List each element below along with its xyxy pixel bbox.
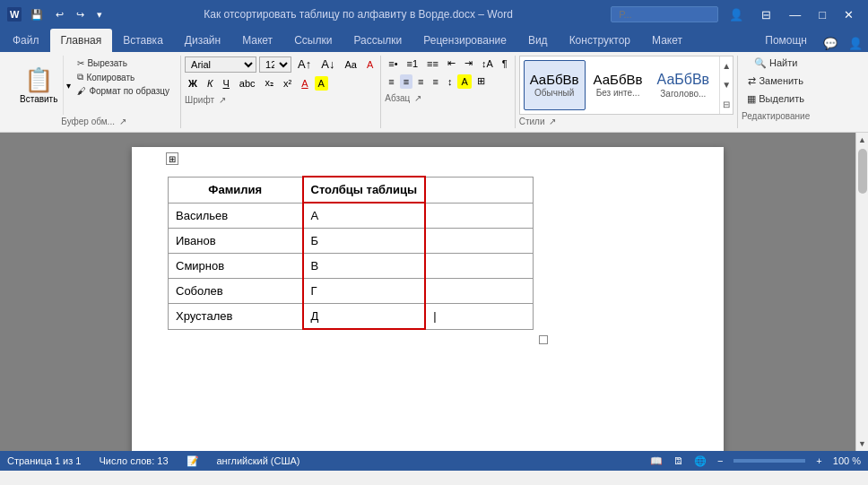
style-normal[interactable]: АаБбВв Обычный xyxy=(524,60,586,110)
cell-r3c3[interactable] xyxy=(425,254,533,279)
spell-check-icon[interactable]: 📝 xyxy=(187,455,199,467)
cell-r4c3[interactable] xyxy=(425,279,533,304)
replace-button[interactable]: ⇄ Заменить xyxy=(742,74,810,89)
close-btn[interactable]: ✕ xyxy=(837,6,861,23)
cell-r1c2[interactable]: А xyxy=(303,203,426,229)
cell-r2c1[interactable]: Иванов xyxy=(169,229,303,254)
cut-button[interactable]: ✂ Вырезать xyxy=(74,57,173,69)
scroll-thumb[interactable] xyxy=(858,149,867,194)
justify-btn[interactable]: ≡ xyxy=(429,74,441,89)
find-button[interactable]: 🔍 Найти xyxy=(742,56,810,71)
clipboard-expand-icon[interactable]: ↗ xyxy=(119,117,126,126)
italic-button[interactable]: К xyxy=(204,76,216,91)
paste-button[interactable]: 📋 Вставить xyxy=(14,56,64,115)
tab-insert[interactable]: Вставка xyxy=(112,29,174,52)
tab-mailing[interactable]: Рассылки xyxy=(343,29,412,52)
cell-r2c3[interactable] xyxy=(425,229,533,254)
user-btn[interactable]: 👤 xyxy=(722,6,751,23)
style-heading1[interactable]: АаБбВв Заголово... xyxy=(651,60,716,110)
change-case-btn[interactable]: Aa xyxy=(341,57,360,72)
superscript-button[interactable]: x² xyxy=(280,76,295,91)
sort-btn[interactable]: ↕A xyxy=(478,56,497,71)
tab-file[interactable]: Файл xyxy=(2,29,50,52)
clear-format-btn[interactable]: A xyxy=(363,57,377,72)
underline-button[interactable]: Ч xyxy=(220,76,233,91)
zoom-in-btn[interactable]: + xyxy=(816,455,821,466)
cell-r1c3[interactable] xyxy=(425,203,533,229)
minimize-btn[interactable]: — xyxy=(782,6,808,23)
decrease-indent-btn[interactable]: ⇤ xyxy=(444,56,459,71)
redo-btn[interactable]: ↪ xyxy=(73,7,88,22)
paste-dropdown-btn[interactable]: ▾ xyxy=(64,56,74,115)
style-no-spacing[interactable]: АаБбВв Без инте... xyxy=(587,60,649,110)
table-resize-handle[interactable] xyxy=(539,335,548,344)
cell-r1c1[interactable]: Васильев xyxy=(169,203,303,229)
chat-btn[interactable]: 💬 xyxy=(818,35,843,52)
font-color-btn[interactable]: A xyxy=(298,76,311,91)
maximize-btn[interactable]: □ xyxy=(812,6,833,23)
borders-btn[interactable]: ⊞ xyxy=(473,74,489,89)
tab-home[interactable]: Главная xyxy=(50,29,113,52)
save-quick-btn[interactable]: 💾 xyxy=(27,7,47,22)
tab-layout1[interactable]: Макет xyxy=(231,29,283,52)
tab-design[interactable]: Дизайн xyxy=(174,29,231,52)
scroll-down-btn[interactable]: ▼ xyxy=(858,437,866,451)
numbering-btn[interactable]: ≡1 xyxy=(404,56,422,71)
increase-indent-btn[interactable]: ⇥ xyxy=(461,56,476,71)
tab-view[interactable]: Вид xyxy=(517,29,559,52)
font-size-select[interactable]: 12 xyxy=(259,56,291,73)
table-move-handle[interactable]: ⊞ xyxy=(166,152,178,165)
cell-r3c1[interactable]: Смирнов xyxy=(169,254,303,279)
read-mode-icon[interactable]: 📖 xyxy=(650,455,663,467)
show-formatting-btn[interactable]: ¶ xyxy=(499,56,511,71)
font-expand-icon[interactable]: ↗ xyxy=(219,95,226,105)
tab-links[interactable]: Ссылки xyxy=(283,29,343,52)
cell-r2c2[interactable]: Б xyxy=(303,229,426,254)
print-layout-icon[interactable]: 🖺 xyxy=(673,455,683,466)
format-painter-button[interactable]: 🖌 Формат по образцу xyxy=(74,85,173,97)
cell-r3c2[interactable]: В xyxy=(303,254,426,279)
customize-quick-access[interactable]: ▾ xyxy=(93,7,106,22)
styles-more-btn[interactable]: ⊟ xyxy=(720,95,733,114)
tab-constructor[interactable]: Конструктор xyxy=(559,29,641,52)
tab-layout2[interactable]: Макет xyxy=(641,29,693,52)
bullets-btn[interactable]: ≡• xyxy=(385,56,401,71)
line-spacing-btn[interactable]: ↕ xyxy=(444,74,456,89)
bold-button[interactable]: Ж xyxy=(185,76,201,91)
cell-r4c2[interactable]: Г xyxy=(303,279,426,304)
undo-btn[interactable]: ↩ xyxy=(52,7,67,22)
web-layout-icon[interactable]: 🌐 xyxy=(694,455,707,467)
scroll-up-btn[interactable]: ▲ xyxy=(858,133,866,147)
align-right-btn[interactable]: ≡ xyxy=(414,74,427,89)
strikethrough-button[interactable]: abc xyxy=(236,76,259,91)
align-left-btn[interactable]: ≡ xyxy=(385,74,397,89)
multilevel-btn[interactable]: ≡≡ xyxy=(423,56,442,71)
cell-r4c1[interactable]: Соболев xyxy=(169,279,303,304)
shading-btn[interactable]: A xyxy=(457,74,471,89)
styles-expand-icon[interactable]: ↗ xyxy=(549,117,556,126)
increase-font-btn[interactable]: A↑ xyxy=(294,56,315,73)
align-center-btn[interactable]: ≡ xyxy=(400,74,412,89)
highlight-btn[interactable]: A xyxy=(315,76,328,91)
copy-button[interactable]: ⧉ Копировать xyxy=(74,71,173,83)
zoom-out-btn[interactable]: − xyxy=(717,455,723,466)
para-group-label: Абзац ↗ xyxy=(385,93,510,105)
styles-scroll-up[interactable]: ▲ xyxy=(720,56,733,75)
para-expand-icon[interactable]: ↗ xyxy=(414,93,421,103)
select-button[interactable]: ▦ Выделить xyxy=(742,91,810,107)
subscript-button[interactable]: x₂ xyxy=(262,75,278,91)
styles-scroll-down[interactable]: ▼ xyxy=(720,75,733,94)
language-info[interactable]: английский (США) xyxy=(217,455,300,466)
ribbon-toggle-btn[interactable]: ⊟ xyxy=(754,6,778,23)
decrease-font-btn[interactable]: A↓ xyxy=(317,56,338,73)
cell-r5c1[interactable]: Хрусталев xyxy=(169,304,303,330)
account-btn[interactable]: 👤 xyxy=(843,35,868,52)
cell-r5c3[interactable] xyxy=(425,304,533,330)
font-family-select[interactable]: Arial xyxy=(185,56,256,73)
cell-r5c2[interactable]: Д xyxy=(303,304,426,330)
tab-help[interactable]: Помощн xyxy=(754,29,818,52)
tab-review[interactable]: Рецензирование xyxy=(412,29,517,52)
zoom-slider[interactable] xyxy=(733,459,805,463)
search-box[interactable] xyxy=(611,6,718,22)
zoom-level[interactable]: 100 % xyxy=(833,455,861,466)
